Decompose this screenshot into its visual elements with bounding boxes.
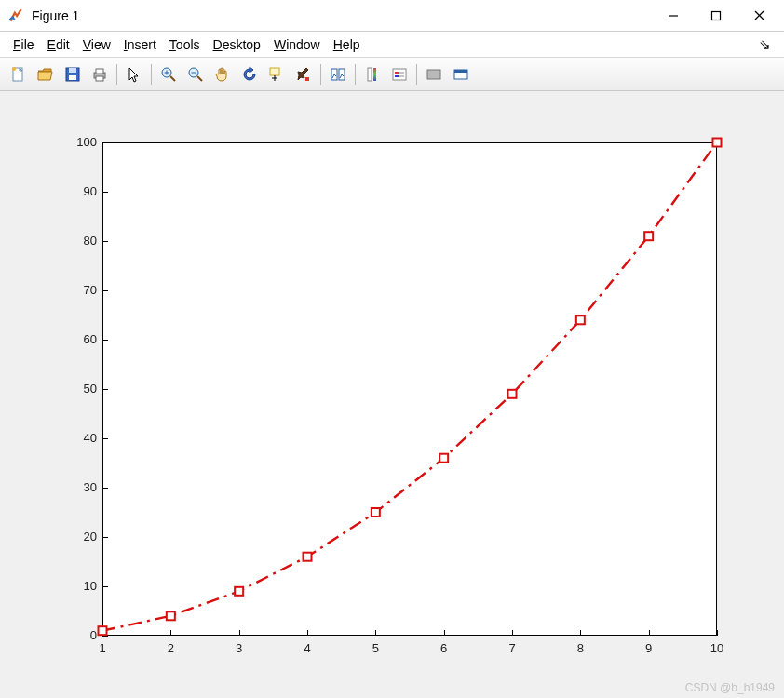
legend-icon (390, 65, 409, 84)
menu-bar: FileEditViewInsertToolsDesktopWindowHelp… (0, 32, 784, 58)
hide-tools-button[interactable] (421, 61, 447, 87)
line-series (0, 91, 784, 698)
maximize-button[interactable] (695, 2, 737, 30)
rotate-3d-button[interactable] (237, 61, 263, 87)
menu-mnemonic: T (169, 37, 176, 52)
link-button[interactable] (325, 61, 351, 87)
toolbar-separator (116, 64, 117, 85)
maximize-icon (710, 10, 722, 21)
svg-rect-20 (270, 68, 279, 75)
svg-line-18 (197, 76, 202, 81)
svg-rect-28 (393, 69, 406, 80)
data-marker (99, 626, 107, 635)
toolbar-separator (151, 64, 152, 85)
svg-rect-35 (454, 70, 467, 73)
menu-window[interactable]: Window (268, 35, 326, 54)
pan-button[interactable] (210, 61, 236, 87)
dock-arrow-icon[interactable]: ⇘ (759, 36, 777, 53)
window-title: Figure 1 (32, 8, 79, 23)
open-button[interactable] (33, 61, 59, 87)
menu-label-rest: ools (176, 37, 200, 52)
menu-tools[interactable]: Tools (164, 35, 206, 54)
data-marker (713, 139, 722, 147)
cursor-icon (125, 65, 143, 84)
close-icon (753, 9, 765, 21)
menu-view[interactable]: View (77, 35, 116, 54)
menu-mnemonic: V (83, 37, 91, 52)
svg-rect-11 (96, 69, 103, 74)
svg-rect-12 (96, 76, 103, 81)
matlab-icon (7, 7, 24, 24)
menu-file[interactable]: File (7, 35, 40, 54)
brush-icon (294, 65, 313, 84)
svg-rect-27 (373, 68, 376, 81)
svg-rect-33 (427, 70, 440, 79)
floppy-disk-icon (63, 65, 82, 84)
menu-mnemonic: D (213, 37, 223, 52)
hand-icon (213, 65, 232, 84)
menu-label-rest: nsert (128, 37, 156, 52)
menu-mnemonic: W (274, 37, 286, 52)
pointer-button[interactable] (121, 61, 147, 87)
svg-rect-23 (305, 77, 309, 81)
menu-mnemonic: F (13, 37, 21, 52)
menu-label-rest: esktop (223, 37, 261, 52)
toolbar-separator (320, 64, 321, 85)
new-figure-button[interactable] (6, 61, 32, 87)
menu-mnemonic: H (333, 37, 343, 52)
zoom-in-button[interactable] (155, 61, 182, 87)
minimize-button[interactable] (652, 2, 695, 30)
menu-insert[interactable]: Insert (118, 35, 162, 54)
svg-rect-1 (712, 11, 721, 20)
data-marker (439, 454, 448, 463)
data-marker (167, 611, 175, 620)
menu-edit[interactable]: Edit (42, 35, 75, 54)
zoom-out-button[interactable] (182, 61, 209, 87)
menu-label-rest: iew (91, 37, 111, 52)
zoom-in-icon (159, 65, 178, 84)
svg-rect-9 (69, 75, 76, 80)
new-file-icon (9, 65, 28, 84)
data-cursor-icon (267, 65, 286, 84)
data-marker (372, 508, 380, 517)
svg-rect-26 (368, 68, 372, 81)
menu-label-rest: elp (343, 37, 360, 52)
series-line (102, 142, 717, 631)
toolbar-separator (355, 64, 356, 85)
show-tools-icon (452, 65, 470, 84)
zoom-out-icon (186, 65, 205, 84)
menu-help[interactable]: Help (328, 35, 366, 54)
link-plots-icon (329, 65, 347, 84)
data-marker (235, 587, 243, 596)
data-marker (508, 390, 517, 398)
toolbar (0, 58, 784, 91)
print-button[interactable] (87, 61, 113, 87)
figure-area: CSDN @b_b1949 01020304050607080901001234… (0, 91, 784, 698)
toolbar-separator (416, 64, 417, 85)
title-bar: Figure 1 (0, 0, 784, 32)
hide-tools-icon (425, 65, 443, 84)
menu-label-rest: dit (56, 37, 70, 52)
minimize-icon (668, 10, 679, 21)
svg-point-6 (12, 67, 16, 71)
printer-icon (90, 65, 109, 84)
data-marker (576, 315, 585, 324)
legend-button[interactable] (386, 61, 412, 87)
svg-line-14 (170, 76, 175, 81)
colorbar-button[interactable] (359, 61, 385, 87)
menu-label-rest: ile (21, 37, 34, 52)
data-cursor-button[interactable] (264, 61, 290, 87)
brush-button[interactable] (291, 61, 317, 87)
data-marker (304, 553, 312, 561)
folder-open-icon (36, 65, 55, 84)
menu-label-rest: indow (286, 37, 320, 52)
menu-desktop[interactable]: Desktop (208, 35, 266, 54)
svg-rect-8 (69, 68, 76, 73)
menu-mnemonic: E (47, 37, 56, 52)
close-button[interactable] (737, 2, 780, 30)
colorbar-icon (363, 65, 382, 84)
data-marker (644, 232, 653, 240)
rotate-icon (240, 65, 259, 84)
show-tools-button[interactable] (448, 61, 474, 87)
save-button[interactable] (60, 61, 86, 87)
